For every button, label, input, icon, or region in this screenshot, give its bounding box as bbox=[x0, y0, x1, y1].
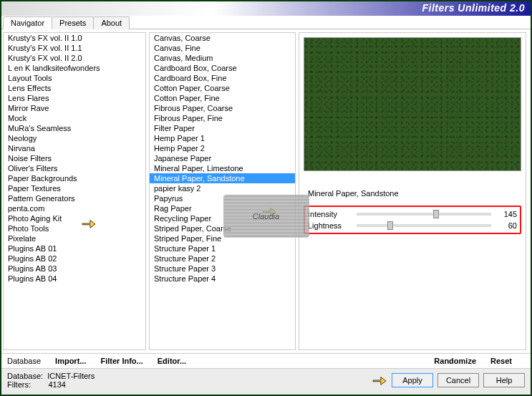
list-item[interactable]: Structure Paper 2 bbox=[150, 253, 295, 264]
list-item[interactable]: Mirror Rave bbox=[4, 103, 145, 113]
footer-meta: Database: ICNET-Filters Filters: 4134 bbox=[7, 372, 95, 389]
parameters-box: Intensity 145 Lightness 60 bbox=[304, 206, 521, 234]
list-item[interactable]: Pattern Generators bbox=[4, 193, 145, 203]
tab-bar: Navigator Presets About bbox=[1, 16, 531, 29]
filter-info-button[interactable]: Filter Info... bbox=[100, 357, 142, 365]
list-item[interactable]: Structure Paper 3 bbox=[150, 264, 295, 274]
list-item[interactable]: Cardboard Box, Fine bbox=[150, 73, 295, 83]
list-item[interactable]: Oliver's Filters bbox=[4, 163, 145, 173]
list-item[interactable]: Filter Paper bbox=[150, 123, 295, 133]
list-item[interactable]: Noise Filters bbox=[4, 153, 145, 163]
apply-button[interactable]: Apply bbox=[392, 373, 433, 387]
list-item[interactable]: Cardboard Box, Coarse bbox=[150, 63, 295, 73]
database-button[interactable]: Database bbox=[7, 357, 41, 365]
randomize-button[interactable]: Randomize bbox=[434, 357, 476, 365]
list-item[interactable]: Striped Paper, Fine bbox=[150, 233, 295, 243]
import-button[interactable]: Import... bbox=[55, 357, 86, 365]
footer-buttons: Apply Cancel Help bbox=[372, 373, 525, 387]
param-intensity-value: 145 bbox=[497, 210, 517, 218]
list-item[interactable]: Cotton Paper, Coarse bbox=[150, 83, 295, 93]
list-item[interactable]: Hemp Paper 1 bbox=[150, 133, 295, 143]
list-item[interactable]: MuRa's Seamless bbox=[4, 123, 145, 133]
list-item[interactable]: Structure Paper 4 bbox=[150, 274, 295, 284]
filters-unlimited-window: Filters Unlimited 2.0 Navigator Presets … bbox=[0, 0, 532, 396]
param-lightness-label: Lightness bbox=[308, 221, 351, 230]
list-item[interactable]: Pixelate bbox=[4, 233, 145, 243]
list-item[interactable]: Plugins AB 04 bbox=[4, 274, 145, 284]
list-item[interactable]: Fibrous Paper, Fine bbox=[150, 113, 295, 123]
list-item[interactable]: Krusty's FX vol. II 1.1 bbox=[4, 43, 145, 53]
list-item[interactable]: Cotton Paper, Fine bbox=[150, 93, 295, 103]
filters-count-value: 4134 bbox=[48, 380, 65, 389]
list-item[interactable]: Lens Flares bbox=[4, 93, 145, 103]
footer-bar: Database: ICNET-Filters Filters: 4134 Ap… bbox=[1, 368, 531, 393]
app-title: Filters Unlimited 2.0 bbox=[422, 2, 525, 14]
filter-listbox[interactable]: Canvas, CoarseCanvas, FineCanvas, Medium… bbox=[150, 33, 295, 349]
list-item[interactable]: Lens Effects bbox=[4, 83, 145, 93]
list-item[interactable]: L en K landksiteofwonders bbox=[4, 63, 145, 73]
list-item[interactable]: Plugins AB 01 bbox=[4, 243, 145, 253]
title-bar: Filters Unlimited 2.0 bbox=[1, 1, 531, 16]
tab-navigator[interactable]: Navigator bbox=[3, 16, 52, 29]
list-item[interactable]: Striped Paper, Coarse bbox=[150, 223, 295, 233]
list-item[interactable]: Neology bbox=[4, 133, 145, 143]
list-item[interactable]: Papyrus bbox=[150, 193, 295, 203]
selected-filter-name: Mineral Paper, Sandstone bbox=[304, 187, 521, 200]
cancel-button[interactable]: Cancel bbox=[437, 373, 479, 387]
list-item[interactable]: penta.com bbox=[4, 203, 145, 213]
list-item[interactable]: Photo Tools bbox=[4, 223, 145, 233]
tab-presets[interactable]: Presets bbox=[52, 16, 94, 29]
list-item[interactable]: Fibrous Paper, Coarse bbox=[150, 103, 295, 113]
list-item[interactable]: Hemp Paper 2 bbox=[150, 143, 295, 153]
preview-image bbox=[304, 37, 521, 171]
preview-panel: Mineral Paper, Sandstone Intensity 145 L… bbox=[299, 32, 526, 350]
list-item[interactable]: Krusty's FX vol. II 2.0 bbox=[4, 53, 145, 63]
help-button[interactable]: Help bbox=[483, 373, 525, 387]
main-panel: Krusty's FX vol. II 1.0Krusty's FX vol. … bbox=[1, 29, 531, 353]
list-item[interactable]: Nirvana bbox=[4, 143, 145, 153]
reset-button[interactable]: Reset bbox=[490, 357, 512, 365]
category-list-panel: Krusty's FX vol. II 1.0Krusty's FX vol. … bbox=[3, 32, 146, 350]
list-item[interactable]: Paper Textures bbox=[4, 183, 145, 193]
list-item[interactable]: Mineral Paper, Limestone bbox=[150, 163, 295, 173]
list-item[interactable]: Canvas, Coarse bbox=[150, 33, 295, 43]
list-item[interactable]: Japanese Paper bbox=[150, 153, 295, 163]
param-lightness-slider[interactable] bbox=[357, 224, 491, 227]
list-item[interactable]: Plugins AB 03 bbox=[4, 264, 145, 274]
list-item[interactable]: papier kasy 2 bbox=[150, 183, 295, 193]
slider-thumb[interactable] bbox=[387, 221, 393, 230]
param-lightness-row: Lightness 60 bbox=[308, 220, 517, 231]
list-item[interactable]: Plugins AB 02 bbox=[4, 253, 145, 264]
list-item[interactable]: Layout Tools bbox=[4, 73, 145, 83]
list-item[interactable]: Recycling Paper bbox=[150, 213, 295, 223]
texture-preview bbox=[304, 38, 521, 170]
param-lightness-value: 60 bbox=[497, 221, 517, 230]
list-item[interactable]: Structure Paper 1 bbox=[150, 243, 295, 253]
tab-about[interactable]: About bbox=[93, 16, 130, 29]
param-intensity-slider[interactable] bbox=[357, 213, 491, 216]
database-label: Database: bbox=[7, 372, 43, 380]
list-item[interactable]: Rag Paper bbox=[150, 203, 295, 213]
category-listbox[interactable]: Krusty's FX vol. II 1.0Krusty's FX vol. … bbox=[4, 33, 145, 349]
list-item[interactable]: Paper Backgrounds bbox=[4, 173, 145, 183]
database-value: ICNET-Filters bbox=[47, 372, 95, 380]
list-item[interactable]: Canvas, Fine bbox=[150, 43, 295, 53]
list-item[interactable]: Canvas, Medium bbox=[150, 53, 295, 63]
list-item[interactable]: Mock bbox=[4, 113, 145, 123]
hand-cursor-icon bbox=[372, 374, 387, 387]
filters-count-label: Filters: bbox=[7, 380, 31, 389]
list-item[interactable]: Krusty's FX vol. II 1.0 bbox=[4, 33, 145, 43]
list-item[interactable]: Photo Aging Kit bbox=[4, 213, 145, 223]
list-item[interactable]: Mineral Paper, Sandstone bbox=[150, 173, 295, 183]
filter-list-panel: Canvas, CoarseCanvas, FineCanvas, Medium… bbox=[149, 32, 296, 350]
editor-button[interactable]: Editor... bbox=[158, 357, 186, 365]
param-intensity-label: Intensity bbox=[308, 210, 351, 218]
link-buttons-row: Database Import... Filter Info... Editor… bbox=[1, 353, 531, 368]
param-intensity-row: Intensity 145 bbox=[308, 208, 517, 220]
slider-thumb[interactable] bbox=[433, 210, 439, 218]
